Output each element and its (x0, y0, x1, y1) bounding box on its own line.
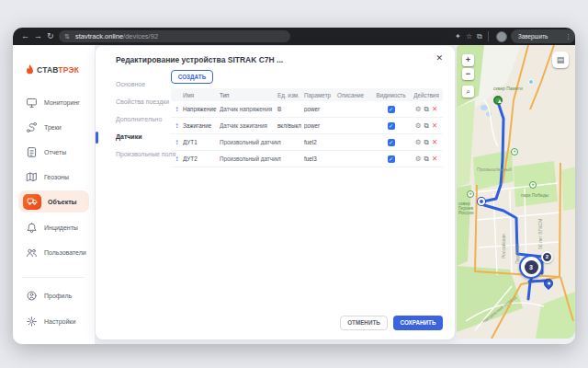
copy-icon[interactable]: ⧉ (424, 155, 429, 164)
kebab-menu-icon[interactable]: ⋮ (565, 29, 571, 43)
sidebar-item-label: Геозоны (44, 174, 69, 180)
drag-handle-icon[interactable]: ↕ (171, 121, 183, 130)
settings-icon[interactable]: ⚙ (415, 155, 422, 163)
visibility-checkbox[interactable]: ✓ (388, 106, 395, 113)
layers-button[interactable]: ▤ (552, 52, 569, 68)
sidebar-item-collapse[interactable]: ← Свернуть (18, 336, 89, 344)
map-terrain (457, 45, 575, 339)
park-marker[interactable]: + (511, 148, 518, 155)
sidebar-item-profile[interactable]: Профиль (18, 284, 89, 306)
downloads-icon[interactable]: ⧉ (477, 31, 482, 41)
sidebar-item-geozones[interactable]: Геозоны (18, 166, 89, 188)
park-marker[interactable]: + (529, 181, 537, 189)
route-point-marker[interactable] (478, 198, 485, 205)
col-visibility: Видимость (372, 92, 410, 98)
zoom-out-button[interactable]: − (462, 68, 474, 80)
sidebar-item-objects[interactable]: Объекты (18, 190, 89, 213)
drag-handle-icon[interactable]: ↕ (171, 155, 183, 163)
sensor-name: ДУТ2 (183, 155, 220, 162)
sidebar-item-reports[interactable]: Отчеты (18, 141, 89, 163)
edit-device-modal: Редактирование устройства SITRAK C7H ...… (96, 46, 455, 339)
sidebar-item-tracks[interactable]: Треки (18, 116, 89, 138)
extensions-icon[interactable]: ✦ (455, 31, 461, 41)
address-bar[interactable]: ⇅stavtrack.online/devices/92 (59, 30, 290, 42)
sensor-unit: л (277, 139, 304, 145)
tab-additional[interactable]: Дополнительно (116, 116, 162, 122)
visibility-checkbox[interactable]: ✓ (388, 122, 395, 130)
logo[interactable]: СТАВТРЭК (25, 63, 79, 75)
sidebar-item-label: Отчеты (44, 149, 66, 155)
back-icon[interactable]: ← (21, 30, 29, 42)
col-name: Имя (183, 92, 220, 98)
sidebar-item-label: Объекты (48, 199, 77, 205)
delete-icon[interactable]: ✕ (432, 138, 437, 146)
sensor-name: Зажигание (183, 122, 220, 129)
sensor-unit: В (277, 106, 304, 112)
sensor-param: fuel3 (304, 155, 337, 162)
bookmark-star-icon[interactable]: ☆ (466, 31, 472, 41)
sidebar-item-label: Свернуть (44, 344, 73, 345)
close-icon[interactable]: ✕ (435, 53, 443, 63)
col-description: Описание (337, 92, 372, 98)
sidebar-item-monitoring[interactable]: Мониторинг (18, 91, 89, 113)
zoom-in-button[interactable]: + (462, 54, 474, 66)
monitor-icon (26, 97, 38, 109)
tab-trip-properties[interactable]: Свойства поездки (116, 98, 169, 105)
sidebar-item-label: Мониторинг (44, 99, 80, 106)
visibility-checkbox[interactable]: ✓ (388, 155, 395, 163)
map-panel[interactable]: + + + 3 2 сквер Памяти Промышленный парк… (457, 45, 575, 339)
map-search-button[interactable]: ⌕ (462, 86, 474, 98)
delete-icon[interactable]: ✕ (432, 155, 437, 163)
reload-icon[interactable]: ↻ (47, 30, 54, 42)
table-row: ↕ Напряжение Датчик напряжения В power ✓… (171, 101, 443, 118)
sidebar-item-settings[interactable]: Настройки (18, 310, 89, 332)
sidebar-divider (22, 277, 85, 278)
truck-icon (27, 196, 38, 207)
delete-icon[interactable]: ✕ (432, 105, 437, 113)
users-icon (26, 247, 38, 259)
park-marker[interactable]: + (467, 190, 474, 198)
sidebar-item-label: Профиль (44, 293, 72, 299)
settings-icon[interactable]: ⚙ (415, 138, 422, 146)
url-path: /devices/92 (123, 32, 158, 40)
create-button[interactable]: СОЗДАТЬ (171, 70, 213, 84)
profile-avatar[interactable] (496, 31, 507, 42)
tab-custom-fields[interactable]: Произвольные поля (116, 151, 175, 157)
cluster-marker-large[interactable]: 3 (519, 255, 543, 279)
visibility-checkbox[interactable]: ✓ (388, 139, 395, 146)
delete-icon[interactable]: ✕ (432, 121, 437, 130)
sensor-unit: л (277, 155, 304, 162)
forward-icon[interactable]: → (34, 30, 42, 42)
route-icon (26, 121, 38, 133)
cluster-marker-small[interactable]: 2 (541, 251, 553, 263)
sensor-type: Датчик зажигания (220, 122, 277, 129)
sidebar-item-label: Настройки (44, 318, 75, 325)
copy-icon[interactable]: ⧉ (424, 105, 429, 114)
sensors-table: Имя Тип Ед. изм. Параметр Описание Видим… (171, 88, 443, 167)
settings-icon[interactable]: ⚙ (415, 105, 422, 113)
sensor-type: Произвольный датчик (220, 139, 277, 145)
url-host: stavtrack.online (75, 32, 123, 40)
sidebar-item-incidents[interactable]: Инциденты (18, 216, 89, 238)
copy-icon[interactable]: ⧉ (424, 121, 429, 131)
route-start-marker[interactable] (493, 96, 503, 105)
sensor-param: power (304, 106, 337, 112)
table-row: ↕ ДУТ1 Произвольный датчик л fuel2 ✓ ⚙⧉✕ (171, 134, 443, 151)
copy-icon[interactable]: ⧉ (424, 138, 429, 147)
sidebar-item-label: Пользователи (44, 249, 86, 256)
modal-title: Редактирование устройства SITRAK C7H ... (116, 55, 283, 64)
logo-text: СТАВТРЭК (37, 65, 79, 75)
drag-handle-icon[interactable]: ↕ (171, 138, 183, 146)
cancel-button[interactable]: ОТМЕНИТЬ (340, 316, 388, 330)
tab-main[interactable]: Основное (116, 81, 145, 87)
save-button[interactable]: СОХРАНИТЬ (393, 316, 443, 330)
sidebar-item-users[interactable]: Пользователи (18, 241, 89, 263)
finish-update-button[interactable]: Завершить обновление ⋮ (511, 29, 575, 43)
gear-icon (26, 316, 38, 328)
sensor-param: power (304, 122, 337, 129)
drag-handle-icon[interactable]: ↕ (171, 105, 183, 113)
tab-sensors[interactable]: Датчики (116, 133, 141, 140)
truck-icon-chip (23, 194, 41, 210)
site-info-icon[interactable]: ⇅ (64, 30, 70, 42)
settings-icon[interactable]: ⚙ (415, 121, 422, 130)
